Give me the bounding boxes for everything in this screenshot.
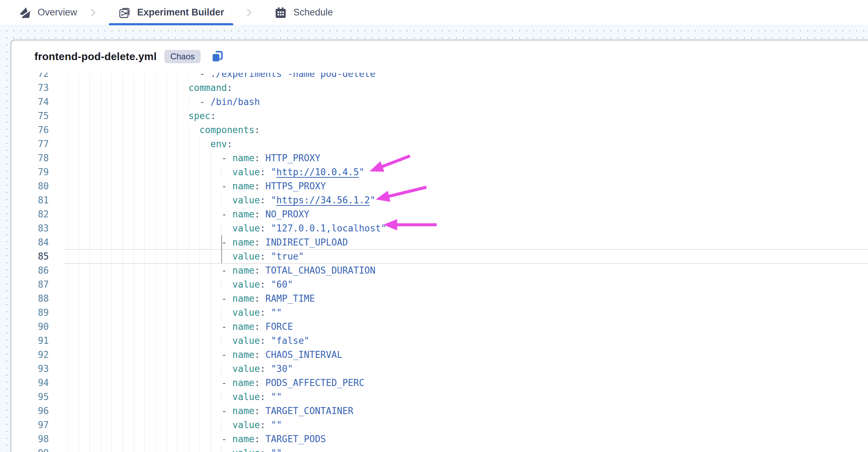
code-line-85[interactable]: 85 value: "true" — [11, 249, 868, 263]
code-line-76[interactable]: 76 components: — [11, 123, 868, 137]
code-line-98[interactable]: 98 - name: TARGET_PODS — [11, 432, 868, 446]
code-line-96[interactable]: 96 - name: TARGET_CONTAINER — [11, 404, 868, 418]
tab-schedule[interactable]: Schedule — [265, 0, 333, 25]
code-line-83[interactable]: 83 value: "127.0.0.1,localhost" — [11, 221, 868, 235]
yaml-code-editor[interactable]: 72 - ./experiments -name pod-delete73 co… — [11, 73, 868, 452]
line-number[interactable]: 83 — [11, 221, 49, 235]
code-line-78[interactable]: 78 - name: HTTP_PROXY — [11, 151, 868, 165]
code-text: env: — [67, 137, 233, 151]
code-text: components: — [67, 123, 260, 137]
line-number[interactable]: 76 — [11, 123, 49, 137]
chaos-type-badge: Chaos — [164, 50, 201, 63]
line-number[interactable]: 87 — [11, 277, 49, 291]
code-line-74[interactable]: 74 - /bin/bash — [11, 95, 868, 109]
line-number[interactable]: 74 — [11, 95, 49, 109]
code-text: - name: HTTPS_PROXY — [67, 179, 326, 193]
code-text: - name: INDIRECT_UPLOAD — [67, 235, 348, 249]
code-line-84[interactable]: 84 - name: INDIRECT_UPLOAD — [11, 235, 868, 249]
line-number[interactable]: 73 — [11, 81, 49, 95]
code-line-95[interactable]: 95 value: "" — [11, 390, 868, 404]
code-text: value: "60" — [67, 277, 293, 291]
code-line-80[interactable]: 80 - name: HTTPS_PROXY — [11, 179, 868, 193]
line-number[interactable]: 98 — [11, 432, 49, 446]
line-number[interactable]: 97 — [11, 418, 49, 432]
line-number[interactable]: 91 — [11, 334, 49, 348]
card-header: frontend-pod-delete.yml Chaos — [11, 40, 868, 73]
code-text: value: "" — [67, 418, 282, 432]
code-line-94[interactable]: 94 - name: PODS_AFFECTED_PERC — [11, 376, 868, 390]
line-number[interactable]: 92 — [11, 348, 49, 362]
active-indent-guide — [221, 235, 222, 263]
code-line-90[interactable]: 90 - name: FORCE — [11, 320, 868, 334]
code-line-93[interactable]: 93 value: "30" — [11, 362, 868, 376]
code-text: - name: TARGET_CONTAINER — [67, 404, 353, 418]
line-number[interactable]: 72 — [11, 73, 49, 81]
builder-canvas: frontend-pod-delete.yml Chaos 72 - ./exp… — [0, 25, 868, 452]
litmus-logo-icon — [18, 6, 32, 19]
line-number[interactable]: 99 — [11, 446, 49, 452]
code-line-77[interactable]: 77 env: — [11, 137, 868, 151]
line-number[interactable]: 77 — [11, 137, 49, 151]
code-text: value: "https://34.56.1.2" — [67, 193, 376, 207]
line-number[interactable]: 79 — [11, 165, 49, 179]
line-number[interactable]: 84 — [11, 235, 49, 249]
copy-icon — [210, 49, 225, 64]
code-text: value: "127.0.0.1,localhost" — [67, 221, 386, 235]
tab-experiment-builder-label: Experiment Builder — [137, 7, 224, 18]
code-text: - name: HTTP_PROXY — [67, 151, 320, 165]
code-text: - name: TOTAL_CHAOS_DURATION — [67, 263, 376, 277]
code-text: value: "" — [67, 446, 282, 452]
line-number[interactable]: 75 — [11, 109, 49, 123]
line-number[interactable]: 81 — [11, 193, 49, 207]
line-number[interactable]: 93 — [11, 362, 49, 376]
line-number[interactable]: 94 — [11, 376, 49, 390]
code-line-73[interactable]: 73 command: — [11, 81, 868, 95]
code-text: - name: RAMP_TIME — [67, 291, 315, 306]
file-title: frontend-pod-delete.yml — [34, 51, 157, 63]
yaml-editor-card: frontend-pod-delete.yml Chaos 72 - ./exp… — [11, 40, 868, 452]
code-line-89[interactable]: 89 value: "" — [11, 306, 868, 320]
code-line-87[interactable]: 87 value: "60" — [11, 277, 868, 291]
code-line-86[interactable]: 86 - name: TOTAL_CHAOS_DURATION — [11, 263, 868, 277]
breadcrumb-nav: Overview Experiment Builder — [0, 0, 868, 25]
line-number[interactable]: 78 — [11, 151, 49, 165]
line-number[interactable]: 95 — [11, 390, 49, 404]
calendar-icon — [274, 6, 287, 19]
code-line-79[interactable]: 79 value: "http://10.0.4.5" — [11, 165, 868, 179]
code-line-88[interactable]: 88 - name: RAMP_TIME — [11, 291, 868, 306]
code-text: - name: CHAOS_INTERVAL — [67, 348, 342, 362]
line-number[interactable]: 82 — [11, 207, 49, 221]
line-number[interactable]: 80 — [11, 179, 49, 193]
code-line-99[interactable]: 99 value: "" — [11, 446, 868, 452]
copy-button[interactable] — [210, 49, 225, 64]
tab-overview[interactable]: Overview — [18, 0, 77, 25]
code-line-82[interactable]: 82 - name: NO_PROXY — [11, 207, 868, 221]
code-line-92[interactable]: 92 - name: CHAOS_INTERVAL — [11, 348, 868, 362]
line-number[interactable]: 85 — [11, 249, 49, 263]
code-text: value: "true" — [67, 249, 304, 263]
code-text: - name: FORCE — [67, 320, 293, 334]
line-number[interactable]: 88 — [11, 291, 49, 306]
code-text: value: "" — [67, 306, 282, 320]
code-text: value: "http://10.0.4.5" — [67, 165, 364, 179]
tab-experiment-builder[interactable]: Experiment Builder — [109, 0, 234, 25]
code-line-75[interactable]: 75 spec: — [11, 109, 868, 123]
code-line-97[interactable]: 97 value: "" — [11, 418, 868, 432]
tab-overview-label: Overview — [38, 7, 77, 18]
line-number[interactable]: 90 — [11, 320, 49, 334]
line-number[interactable]: 89 — [11, 306, 49, 320]
code-text: value: "false" — [67, 334, 309, 348]
experiment-builder-icon — [118, 6, 131, 19]
code-text: - name: TARGET_PODS — [67, 432, 326, 446]
line-number[interactable]: 86 — [11, 263, 49, 277]
chevron-right-icon — [89, 8, 97, 17]
line-number[interactable]: 96 — [11, 404, 49, 418]
tab-schedule-label: Schedule — [293, 7, 333, 18]
code-line-81[interactable]: 81 value: "https://34.56.1.2" — [11, 193, 868, 207]
code-text: command: — [67, 81, 233, 95]
code-text: value: "" — [67, 390, 282, 404]
code-lines: 72 - ./experiments -name pod-delete73 co… — [11, 73, 868, 452]
code-line-91[interactable]: 91 value: "false" — [11, 334, 868, 348]
code-text: spec: — [67, 109, 216, 123]
code-line-72[interactable]: 72 - ./experiments -name pod-delete — [11, 73, 868, 81]
